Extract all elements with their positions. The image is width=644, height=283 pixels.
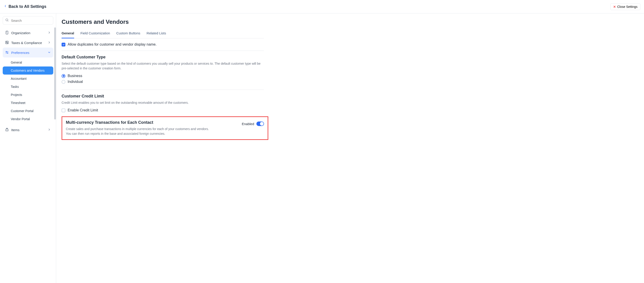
settings-sidebar: Organization Taxes & Compliance Preferen…: [0, 13, 56, 283]
app-header: Back to All Settings ✕ Close Settings: [0, 0, 644, 13]
default-type-title: Default Customer Type: [62, 55, 264, 59]
sidebar-sub-timesheet[interactable]: Timesheet: [3, 99, 53, 107]
sidebar-item-label: Organization: [11, 31, 45, 35]
building-icon: [5, 30, 9, 35]
svg-rect-2: [6, 31, 8, 34]
multicurrency-desc: Create sales and purchase transactions i…: [66, 127, 214, 136]
search-icon: [5, 18, 9, 23]
svg-line-1: [8, 21, 8, 21]
radio-business-input[interactable]: [62, 74, 66, 78]
radio-business[interactable]: Business: [62, 74, 264, 78]
chevron-right-icon: [48, 31, 51, 35]
page-title: Customers and Vendors: [62, 18, 638, 25]
svg-point-11: [7, 52, 8, 53]
enable-credit-limit-label: Enable Credit Limit: [68, 108, 98, 112]
allow-duplicates-label: Allow duplicates for customer and vendor…: [68, 42, 156, 46]
sidebar-item-preferences[interactable]: Preferences: [3, 48, 53, 57]
radio-business-label: Business: [68, 74, 82, 78]
svg-line-8: [6, 42, 8, 43]
multicurrency-status-label: Enabled: [242, 122, 254, 126]
tab-related-lists[interactable]: Related Lists: [146, 29, 166, 38]
svg-point-6: [6, 41, 7, 42]
close-icon: ✕: [613, 5, 616, 8]
multicurrency-title: Multi-currency Transactions for Each Con…: [66, 120, 236, 125]
credit-limit-title: Customer Credit Limit: [62, 94, 264, 99]
sidebar-scrollbar[interactable]: [54, 27, 56, 119]
tab-custom-buttons[interactable]: Custom Buttons: [116, 29, 140, 38]
back-to-settings-link[interactable]: Back to All Settings: [4, 4, 46, 9]
sidebar-sub-accountant[interactable]: Accountant: [3, 75, 53, 83]
preferences-submenu: General Customers and Vendors Accountant…: [3, 58, 53, 123]
credit-limit-desc: Credit Limit enables you to set limit on…: [62, 100, 264, 105]
tab-general[interactable]: General: [62, 29, 74, 38]
close-settings-button[interactable]: ✕ Close Settings: [610, 3, 640, 10]
svg-point-0: [6, 19, 8, 21]
main-content: Customers and Vendors General Field Cust…: [56, 13, 644, 283]
chevron-right-icon: [48, 128, 51, 132]
percent-icon: [5, 40, 9, 45]
toggle-knob: [260, 122, 264, 126]
sidebar-item-label: Preferences: [11, 51, 45, 55]
section-credit-limit: Customer Credit Limit Credit Limit enabl…: [62, 90, 264, 116]
section-allow-duplicates: Allow duplicates for customer and vendor…: [62, 38, 264, 51]
allow-duplicates-checkbox[interactable]: [62, 43, 66, 46]
tabs-nav: General Field Customization Custom Butto…: [62, 29, 264, 38]
radio-individual-label: Individual: [68, 80, 83, 84]
search-input[interactable]: [10, 18, 51, 23]
sidebar-item-label: Taxes & Compliance: [11, 41, 45, 45]
sidebar-sub-customer-portal[interactable]: Customer Portal: [3, 107, 53, 115]
sidebar-item-items[interactable]: Items: [3, 125, 53, 135]
sidebar-item-organization[interactable]: Organization: [3, 28, 53, 38]
tab-field-customization[interactable]: Field Customization: [80, 29, 110, 38]
chevron-down-icon: [48, 50, 51, 55]
sidebar-sub-tasks[interactable]: Tasks: [3, 83, 53, 91]
enable-credit-limit-checkbox[interactable]: [62, 108, 66, 112]
sidebar-sub-projects[interactable]: Projects: [3, 91, 53, 99]
sidebar-item-taxes-compliance[interactable]: Taxes & Compliance: [3, 38, 53, 48]
radio-individual[interactable]: Individual: [62, 80, 264, 84]
chevron-left-icon: [4, 4, 7, 9]
back-label: Back to All Settings: [8, 4, 46, 9]
search-field-wrap[interactable]: [3, 16, 53, 25]
sidebar-item-label: Items: [11, 128, 45, 132]
svg-point-9: [6, 51, 7, 52]
svg-point-7: [7, 43, 8, 43]
chevron-right-icon: [48, 41, 51, 45]
section-default-customer-type: Default Customer Type Select the default…: [62, 51, 264, 90]
sidebar-sub-general[interactable]: General: [3, 58, 53, 66]
sidebar-sub-customers-vendors[interactable]: Customers and Vendors: [3, 66, 53, 75]
section-multicurrency-highlighted: Multi-currency Transactions for Each Con…: [62, 116, 268, 140]
bag-icon: [5, 128, 9, 132]
default-type-desc: Select the default customer type based o…: [62, 61, 264, 71]
sliders-icon: [5, 50, 9, 55]
sidebar-sub-vendor-portal[interactable]: Vendor Portal: [3, 115, 53, 123]
multicurrency-toggle[interactable]: [256, 121, 264, 126]
radio-individual-input[interactable]: [62, 80, 66, 84]
close-label: Close Settings: [617, 5, 638, 8]
